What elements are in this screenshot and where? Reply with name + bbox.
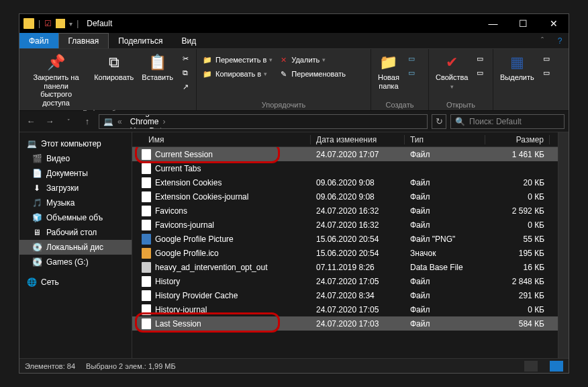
- col-size[interactable]: Размер: [485, 135, 550, 144]
- table-row[interactable]: heavy_ad_intervention_opt_out07.11.2019 …: [132, 260, 558, 274]
- nav-item-icon: 📄: [32, 168, 42, 179]
- view-large-button[interactable]: [550, 361, 563, 372]
- address-bar: ← → ˅ ↑ 💻« Local ›Google ›Chrome ›User D…: [19, 111, 569, 132]
- nav-back-button[interactable]: ←: [23, 114, 38, 129]
- column-headers[interactable]: Имя Дата изменения Тип Размер: [132, 132, 558, 147]
- new-folder-icon: 📁: [379, 53, 398, 72]
- table-row[interactable]: Google Profile Picture15.06.2020 20:54Фа…: [132, 232, 558, 246]
- nav-item-icon: 🎬: [32, 153, 42, 164]
- nav-item[interactable]: 💽Локальный дис: [19, 240, 132, 255]
- new-item-button[interactable]: ▭: [403, 52, 420, 65]
- copy-button[interactable]: ⧉ Копировать: [90, 50, 138, 82]
- nav-item-icon: ⬇: [32, 183, 42, 194]
- file-rows: Current Session24.07.2020 17:07Файл1 461…: [132, 147, 558, 358]
- copyto-icon: 📁: [202, 69, 213, 79]
- select-all-button[interactable]: ▦ Выделить: [496, 50, 538, 82]
- nav-item[interactable]: 📄Документы: [19, 166, 132, 181]
- delete-button[interactable]: ✕Удалить▾: [275, 53, 348, 67]
- file-icon: [142, 149, 151, 160]
- search-icon: 🔍: [455, 117, 465, 126]
- pin-icon: 📌: [47, 53, 66, 72]
- col-type[interactable]: Тип: [405, 135, 485, 144]
- table-row[interactable]: Extension Cookies-journal09.06.2020 9:08…: [132, 189, 558, 204]
- nav-up-button[interactable]: ↑: [80, 114, 95, 129]
- table-row[interactable]: Google Profile.ico15.06.2020 20:54Значок…: [132, 246, 558, 260]
- breadcrumb-segment[interactable]: User Data ›: [126, 126, 177, 129]
- open-button[interactable]: ▭: [472, 52, 488, 65]
- table-row[interactable]: History-journal24.07.2020 17:05Файл0 КБ: [132, 302, 558, 316]
- rename-button[interactable]: ✎Переименовать: [275, 67, 348, 81]
- nav-item[interactable]: 💽Games (G:): [19, 255, 132, 269]
- nav-item-icon: 💽: [32, 242, 42, 253]
- nav-network[interactable]: 🌐Сеть: [19, 275, 132, 290]
- network-icon: 🌐: [26, 277, 37, 288]
- table-row[interactable]: Last Session24.07.2020 17:03Файл584 КБ: [132, 316, 558, 331]
- properties-button[interactable]: ✔ Свойства ▾: [432, 50, 472, 90]
- edit-icon: ▭: [475, 67, 485, 78]
- nav-history-dropdown[interactable]: ˅: [61, 114, 76, 129]
- file-icon: [142, 304, 151, 315]
- qat-dropdown-icon[interactable]: ▾: [69, 20, 72, 28]
- table-row[interactable]: Current Session24.07.2020 17:07Файл1 461…: [132, 147, 558, 161]
- qat-item-icon[interactable]: [56, 19, 65, 28]
- select-none-button[interactable]: ▭: [538, 52, 554, 65]
- easy-access-button[interactable]: ▭: [403, 66, 420, 79]
- copypath-icon: ⧉: [180, 67, 191, 78]
- table-row[interactable]: History Provider Cache24.07.2020 8:34Фай…: [132, 288, 558, 302]
- table-row[interactable]: Current Tabs: [132, 161, 558, 175]
- view-details-button[interactable]: [524, 361, 538, 372]
- nav-item[interactable]: 🧊Объемные объ: [19, 210, 132, 225]
- invert-selection-button[interactable]: ▭: [538, 66, 554, 79]
- paste-button[interactable]: 📋 Вставить: [138, 50, 177, 82]
- paste-shortcut-button[interactable]: ↗: [177, 80, 193, 93]
- help-icon[interactable]: ?: [551, 33, 569, 48]
- table-row[interactable]: Favicons24.07.2020 16:32Файл2 592 КБ: [132, 204, 558, 218]
- edit-button[interactable]: ▭: [472, 66, 488, 79]
- pin-quickaccess-button[interactable]: 📌 Закрепить на панели быстрого доступа: [22, 50, 90, 108]
- nav-item[interactable]: 🎵Музыка: [19, 196, 132, 210]
- maximize-button[interactable]: ☐: [508, 14, 538, 33]
- breadcrumb-segment[interactable]: Chrome ›: [126, 117, 177, 126]
- delete-icon: ✕: [278, 54, 289, 65]
- file-icon: [142, 248, 151, 259]
- tab-view[interactable]: Вид: [172, 33, 205, 48]
- nav-item-icon: 🧊: [32, 212, 42, 223]
- breadcrumb[interactable]: 💻« Local ›Google ›Chrome ›User Data ›Def…: [99, 114, 428, 129]
- tab-home[interactable]: Главная: [58, 33, 109, 48]
- qat-sep: |: [38, 19, 40, 28]
- file-list: Имя Дата изменения Тип Размер Current Se…: [132, 132, 558, 358]
- nav-item[interactable]: 🖥Рабочий стол: [19, 225, 132, 240]
- minimize-button[interactable]: —: [478, 14, 508, 33]
- col-date[interactable]: Дата изменения: [311, 135, 405, 144]
- nav-this-pc[interactable]: 💻Этот компьютер: [19, 136, 132, 151]
- open-icon: ▭: [475, 53, 485, 64]
- moveto-button[interactable]: 📁Переместить в▾: [199, 53, 275, 67]
- window-title: Default: [83, 19, 478, 28]
- paste-icon: 📋: [148, 53, 167, 72]
- nav-forward-button[interactable]: →: [42, 114, 57, 129]
- new-folder-button[interactable]: 📁 Новая папка: [374, 50, 403, 90]
- qat-check-icon[interactable]: ☑: [44, 19, 52, 28]
- refresh-button[interactable]: ↻: [432, 114, 446, 129]
- ribbon-collapse-icon[interactable]: ˆ: [534, 33, 551, 48]
- search-input[interactable]: 🔍 Поиск: Default: [450, 114, 565, 129]
- tab-share[interactable]: Поделиться: [109, 33, 172, 48]
- table-row[interactable]: Extension Cookies09.06.2020 9:08Файл20 К…: [132, 175, 558, 189]
- col-name[interactable]: Имя: [132, 135, 311, 144]
- copypath-button[interactable]: ⧉: [177, 66, 193, 79]
- close-button[interactable]: ✕: [538, 14, 569, 33]
- nav-tree[interactable]: 💻Этот компьютер 🎬Видео📄Документы⬇Загрузк…: [19, 132, 132, 358]
- cut-button[interactable]: ✂: [177, 52, 193, 65]
- nav-item[interactable]: 🎬Видео: [19, 151, 132, 166]
- titlebar: | ☑ ▾ | Default — ☐ ✕: [19, 14, 569, 33]
- ribbon-tabs: Файл Главная Поделиться Вид ˆ ?: [19, 33, 569, 49]
- nav-item[interactable]: ⬇Загрузки: [19, 181, 132, 196]
- copyto-button[interactable]: 📁Копировать в▾: [199, 67, 275, 81]
- qat-sep2: |: [77, 19, 79, 28]
- scrollbar[interactable]: [558, 132, 569, 358]
- table-row[interactable]: Favicons-journal24.07.2020 16:32Файл0 КБ: [132, 218, 558, 232]
- table-row[interactable]: History24.07.2020 17:05Файл2 848 КБ: [132, 274, 558, 288]
- tab-file[interactable]: Файл: [19, 33, 58, 48]
- file-icon: [142, 262, 151, 273]
- moveto-icon: 📁: [202, 54, 213, 65]
